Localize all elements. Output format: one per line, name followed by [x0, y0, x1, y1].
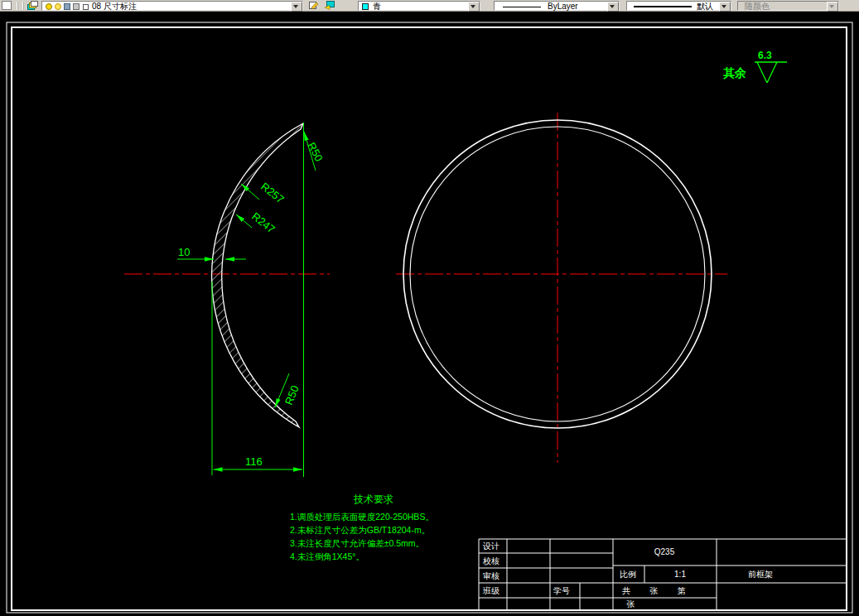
plotstyle-combo-value: 随颜色: [745, 2, 770, 11]
tb-audit-label: 审核: [483, 571, 499, 580]
chevron-down-icon: [471, 5, 475, 11]
layer-combo-value: 08 尺寸标注: [92, 2, 137, 11]
leader-r247: [236, 214, 252, 228]
tb-sheet-label-2: 张: [626, 599, 635, 609]
tb-sheet-label: 张: [649, 586, 658, 595]
dim-r257-text: R257: [258, 180, 287, 206]
chevron-down-icon: [829, 5, 834, 11]
dim-116-text: 116: [245, 455, 263, 468]
chevron-down-icon: [721, 5, 726, 11]
layer-properties-toolbar: 08 尺寸标注 青 ByLayer 默认 随颜色: [0, 0, 859, 12]
layer-freeze-sun-icon[interactable]: [55, 3, 61, 10]
tb-part-name: 前框架: [748, 570, 773, 579]
make-layer-current-button[interactable]: [306, 0, 321, 11]
cad-drawing: R50 R257 R247 R50 10 116 其余 6.3 技术要求 1.调…: [0, 12, 859, 616]
roughness-symbol: 其余 6.3: [723, 50, 787, 83]
tb-scale-label: 比例: [620, 570, 636, 579]
roughness-value: 6.3: [758, 50, 772, 61]
drawing-border-inner: [12, 27, 847, 610]
tb-total-label: 共: [622, 586, 630, 595]
drawing-canvas[interactable]: R50 R257 R247 R50 10 116 其余 6.3 技术要求 1.调…: [0, 12, 859, 616]
tech-requirement-1: 1.调质处理后表面硬度220-250HBS。: [290, 512, 434, 522]
dim-r247-text: R247: [249, 210, 277, 236]
roughness-label: 其余: [723, 66, 746, 79]
layer-previous-button[interactable]: [322, 0, 336, 11]
app-icon: [2, 1, 12, 10]
linetype-combo-value: ByLayer: [548, 2, 578, 11]
tech-requirements: 技术要求 1.调质处理后表面硬度220-250HBS。 2.未标注尺寸公差为GB…: [290, 493, 434, 561]
section-view: [212, 123, 303, 427]
tb-material: Q235: [654, 547, 675, 556]
layer-plot-printer-icon[interactable]: [73, 3, 80, 10]
make-object-layer-current-icon: [308, 1, 319, 10]
chevron-down-icon: [293, 5, 298, 11]
lineweight-combo-value: 默认: [697, 2, 713, 11]
layer-manager-button[interactable]: [26, 0, 40, 11]
lineweight-combo-arrow-button[interactable]: [719, 2, 731, 12]
color-combo[interactable]: 青: [358, 1, 480, 11]
color-combo-value: 青: [373, 2, 381, 11]
dim-r50-bottom-text: R50: [282, 383, 302, 407]
dim-10-text: 10: [178, 246, 190, 258]
tech-requirement-2: 2.未标注尺寸公差为GB/T18204-m。: [290, 525, 430, 535]
color-swatch-cyan: [362, 3, 369, 10]
plotstyle-combo-arrow-button: [827, 2, 838, 12]
plotstyle-combo: 随颜色: [737, 1, 839, 11]
tb-check-label: 校核: [482, 556, 499, 565]
title-block-texts: 设计 校核 审核 班级 学号 Q235 比例 1:1 前框架 共 张 第 张: [482, 541, 773, 609]
tech-requirement-4: 4.未注倒角1X45°。: [290, 551, 364, 561]
layer-lock-icon[interactable]: [64, 3, 70, 10]
linetype-sample-icon: [503, 7, 541, 7]
layer-combo[interactable]: 08 尺寸标注: [41, 1, 303, 11]
linetype-combo-arrow-button[interactable]: [607, 2, 619, 12]
tb-design-label: 设计: [482, 541, 499, 551]
tech-requirements-title: 技术要求: [353, 493, 393, 505]
layers-icon: [27, 1, 38, 10]
tb-scale-value: 1:1: [674, 570, 686, 579]
color-combo-arrow-button[interactable]: [468, 2, 480, 12]
dished-head-section: [212, 123, 303, 427]
lineweight-sample-icon: [634, 6, 692, 7]
layer-combo-arrow-button[interactable]: [291, 2, 302, 12]
tb-class-label: 班级: [482, 586, 499, 595]
layer-previous-icon: [324, 1, 335, 10]
linetype-combo[interactable]: ByLayer: [494, 1, 620, 11]
lineweight-combo[interactable]: 默认: [626, 1, 731, 11]
chevron-down-icon: [610, 5, 615, 11]
dim-r50-top-text: R50: [305, 140, 325, 163]
tb-no-label: 第: [678, 586, 686, 595]
tb-student-label: 学号: [553, 586, 570, 595]
title-block: 设计 校核 审核 班级 学号 Q235 比例 1:1 前框架 共 张 第 张: [479, 539, 847, 610]
layer-color-swatch: [83, 4, 89, 10]
toolbar-grip[interactable]: [17, 2, 24, 10]
roughness-check-icon: [755, 62, 787, 83]
layer-on-bulb-icon[interactable]: [46, 3, 52, 10]
tech-requirement-3: 3.未注长度尺寸允许偏差±0.5mm。: [290, 538, 424, 548]
